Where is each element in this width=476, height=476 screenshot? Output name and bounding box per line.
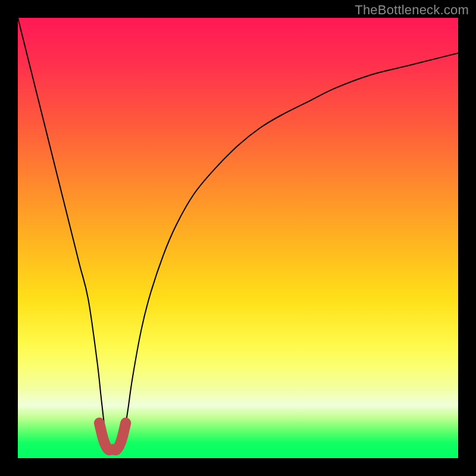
- plot-area: [18, 18, 458, 458]
- curve-layer: [18, 18, 458, 458]
- attribution-text: TheBottleneck.com: [355, 2, 469, 18]
- trough-highlight: [99, 423, 126, 450]
- bottleneck-curve: [18, 18, 458, 450]
- chart-frame: TheBottleneck.com: [0, 0, 476, 476]
